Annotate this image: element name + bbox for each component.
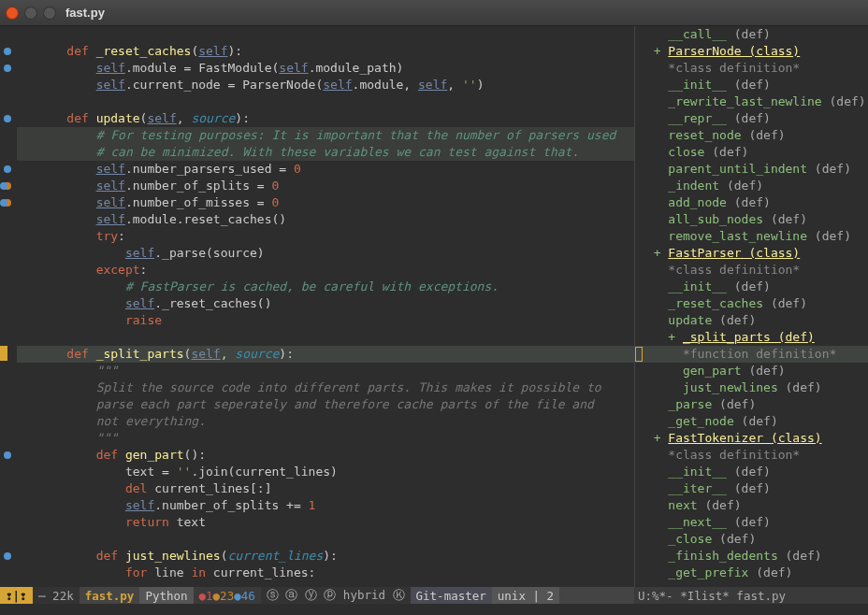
close-icon[interactable] <box>6 7 19 20</box>
outline-item[interactable]: gen_part (def) <box>635 363 868 379</box>
outline-item[interactable]: __repr__ (def) <box>635 110 868 127</box>
code-line[interactable]: # For testing purposes: It is important … <box>17 127 634 144</box>
flycheck-info: ●46 <box>234 589 255 603</box>
minor-modes: ⓢ ⓐ ⓨ ⓟ hybrid Ⓚ <box>261 587 411 604</box>
code-line[interactable]: text = ''.join(current_lines) <box>17 464 634 480</box>
outline-item[interactable]: *class definition* <box>635 60 868 77</box>
encoding: unix | 2 <box>492 587 559 604</box>
outline-item[interactable]: just_newlines (def) <box>635 379 868 396</box>
modeline-left: ❢|❢ ⎼ 22k fast.py Python ●1 ●23 ●46 ⓢ ⓐ … <box>0 587 634 604</box>
code-line[interactable]: not everything. <box>17 413 634 430</box>
major-mode[interactable]: Python <box>139 587 193 604</box>
modeline-right: U:%*- *Ilist* fast.py <box>634 587 868 604</box>
code-editor[interactable]: def _reset_caches(self): self.module = F… <box>0 26 634 587</box>
flycheck-warnings: ●23 <box>213 589 235 603</box>
outline-item[interactable]: __call__ (def) <box>635 26 868 43</box>
code-line[interactable]: del current_lines[:] <box>17 480 634 497</box>
code-line[interactable]: Split the source code into different par… <box>17 379 634 396</box>
minibuffer[interactable] <box>0 604 868 615</box>
outline-item[interactable]: close (def) <box>635 144 868 161</box>
gutter-mark-blue <box>4 48 11 55</box>
minimize-icon[interactable] <box>24 7 37 20</box>
code-line[interactable]: def gen_part(): <box>17 447 634 464</box>
outline-cursor <box>635 347 643 362</box>
maximize-icon[interactable] <box>43 7 56 20</box>
gutter <box>0 26 17 587</box>
outline-item[interactable]: update (def) <box>635 312 868 329</box>
outline-item[interactable]: _finish_dedents (def) <box>635 548 868 565</box>
warning-indicator: ❢|❢ <box>0 587 33 604</box>
code-line[interactable]: except: <box>17 262 634 279</box>
outline-item[interactable]: + FastParser (class) <box>635 245 868 262</box>
code-line[interactable]: def _split_parts(self, source): <box>17 346 634 363</box>
code-line[interactable]: self.module = FastModule(self.module_pat… <box>17 60 634 77</box>
code-line[interactable]: self._parse(source) <box>17 245 634 262</box>
outline-item[interactable]: __init__ (def) <box>635 464 868 480</box>
outline-item[interactable]: __init__ (def) <box>635 77 868 93</box>
outline-sidebar[interactable]: __call__ (def) + ParserNode (class) *cla… <box>634 26 868 587</box>
vc-status[interactable]: Git-master <box>411 587 492 604</box>
code-line[interactable]: self.number_of_splits += 1 <box>17 497 634 514</box>
outline-item[interactable]: __iter__ (def) <box>635 480 868 497</box>
outline-item[interactable]: _rewrite_last_newline (def) <box>635 93 868 110</box>
code-line[interactable]: for line in current_lines: <box>17 565 634 581</box>
code-line[interactable] <box>17 93 634 110</box>
flycheck-status[interactable]: ●1 ●23 ●46 <box>194 587 261 604</box>
outline-item[interactable]: + FastTokenizer (class) <box>635 430 868 447</box>
outline-item[interactable]: __init__ (def) <box>635 279 868 295</box>
gutter-mark-yellow <box>0 346 7 361</box>
outline-item[interactable]: remove_last_newline (def) <box>635 228 868 245</box>
outline-item[interactable]: next (def) <box>635 497 868 514</box>
code-line[interactable]: self.module.reset_caches() <box>17 211 634 228</box>
code-line[interactable]: self.current_node = ParserNode(self.modu… <box>17 77 634 93</box>
outline-item[interactable]: add_node (def) <box>635 194 868 211</box>
code-line[interactable] <box>17 531 634 548</box>
code-line[interactable]: """ <box>17 430 634 447</box>
code-line[interactable]: # FastParser is cached, be careful with … <box>17 279 634 295</box>
outline-item[interactable]: __next__ (def) <box>635 514 868 531</box>
outline-item[interactable]: _get_node (def) <box>635 413 868 430</box>
workspace: def _reset_caches(self): self.module = F… <box>0 26 868 587</box>
gutter-mark-blue <box>0 199 7 207</box>
outline-item[interactable]: parent_until_indent (def) <box>635 161 868 178</box>
buffer-name[interactable]: fast.py <box>80 587 140 604</box>
gutter-mark-blue <box>4 115 11 122</box>
gutter-mark-blue <box>4 451 11 459</box>
outline-item[interactable]: *function definition* <box>635 346 868 363</box>
code-line[interactable]: # can be minimized. With these variables… <box>17 144 634 161</box>
gutter-mark-blue <box>4 552 11 560</box>
outline-item[interactable]: *class definition* <box>635 447 868 464</box>
outline-item[interactable]: _parse (def) <box>635 396 868 413</box>
code-line[interactable]: def _reset_caches(self): <box>17 43 634 60</box>
modeline: ❢|❢ ⎼ 22k fast.py Python ●1 ●23 ●46 ⓢ ⓐ … <box>0 587 868 604</box>
code-line[interactable]: self.number_of_splits = 0 <box>17 178 634 194</box>
titlebar: fast.py <box>0 0 868 26</box>
code-line[interactable]: """ <box>17 363 634 379</box>
outline-item[interactable]: _reset_caches (def) <box>635 295 868 312</box>
outline-item[interactable]: _get_prefix (def) <box>635 565 868 581</box>
outline-item[interactable]: _indent (def) <box>635 178 868 194</box>
outline-item[interactable]: *class definition* <box>635 262 868 279</box>
outline-item[interactable]: _close (def) <box>635 531 868 548</box>
code-line[interactable]: try: <box>17 228 634 245</box>
position-indicator: ⎼ 22k <box>33 587 80 604</box>
code-line[interactable]: self._reset_caches() <box>17 295 634 312</box>
code-line[interactable]: self.number_parsers_used = 0 <box>17 161 634 178</box>
code-line[interactable]: return text <box>17 514 634 531</box>
gutter-mark-blue <box>4 165 11 173</box>
flycheck-errors: ●1 <box>199 589 213 603</box>
code-line[interactable] <box>17 329 634 346</box>
outline-item[interactable]: reset_node (def) <box>635 127 868 144</box>
code-line[interactable]: def just_newlines(current_lines): <box>17 548 634 565</box>
code-line[interactable]: raise <box>17 312 634 329</box>
outline-item[interactable]: + ParserNode (class) <box>635 43 868 60</box>
outline-item[interactable]: + _split_parts (def) <box>635 329 868 346</box>
code-line[interactable]: def update(self, source): <box>17 110 634 127</box>
code-line[interactable]: self.number_of_misses = 0 <box>17 194 634 211</box>
code-line[interactable] <box>17 26 634 43</box>
code-line[interactable]: parse each part seperately and therefore… <box>17 396 634 413</box>
outline-item[interactable]: all_sub_nodes (def) <box>635 211 868 228</box>
gutter-mark-blue <box>0 182 7 190</box>
gutter-mark-blue <box>4 64 11 72</box>
code-area[interactable]: def _reset_caches(self): self.module = F… <box>17 26 634 581</box>
